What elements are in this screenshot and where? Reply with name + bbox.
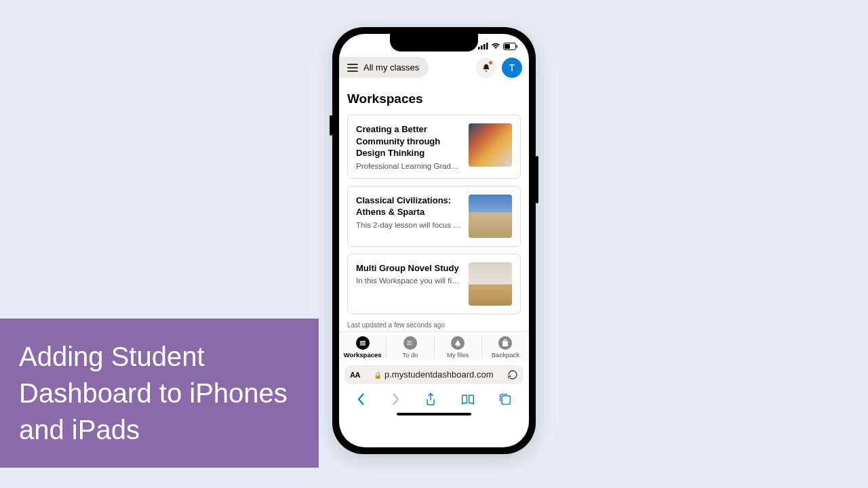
class-selector[interactable]: All my classes (339, 57, 429, 78)
workspace-card[interactable]: Creating a Better Community through Desi… (347, 115, 521, 179)
card-title: Multi Group Novel Study (356, 262, 462, 274)
bookmarks-button[interactable] (461, 393, 475, 408)
class-selector-label: All my classes (363, 62, 419, 73)
tab-backpack[interactable]: Backpack (482, 336, 529, 359)
phone-notch (390, 34, 478, 52)
lock-icon: 🔒 (374, 371, 382, 379)
card-thumbnail (469, 123, 512, 167)
tabs-button[interactable] (499, 393, 511, 408)
app-header: All my classes T (339, 54, 529, 82)
signal-icon (478, 43, 488, 49)
drive-icon (451, 336, 465, 350)
card-subtitle: In this Workspace you will find … (356, 277, 462, 285)
book-icon (461, 393, 475, 405)
svg-rect-6 (517, 45, 518, 47)
bell-icon (481, 63, 491, 73)
page-title: Workspaces (347, 92, 521, 106)
notification-dot (489, 61, 492, 64)
home-indicator[interactable] (397, 413, 471, 415)
workspace-card[interactable]: Multi Group Novel Study In this Workspac… (347, 253, 521, 314)
workspaces-icon (356, 336, 370, 350)
share-icon (425, 392, 437, 406)
svg-rect-2 (484, 44, 486, 49)
card-thumbnail (469, 195, 512, 238)
tab-label: Backpack (492, 351, 519, 359)
card-thumbnail (469, 262, 512, 306)
main-content: Workspaces Creating a Better Community t… (339, 82, 529, 329)
tab-workspaces[interactable]: Workspaces (339, 336, 387, 359)
phone-screen: All my classes T Workspaces Creating a B… (339, 34, 529, 447)
tab-label: Workspaces (344, 351, 382, 359)
phone-frame: All my classes T Workspaces Creating a B… (332, 27, 536, 454)
battery-icon (503, 43, 518, 50)
workspace-card[interactable]: Classical Civilizations: Athens & Sparta… (347, 186, 521, 247)
url-text: 🔒 p.mystudentdashboard.com (364, 369, 503, 380)
forward-button[interactable] (391, 392, 400, 409)
svg-rect-3 (486, 43, 488, 49)
tab-label: My files (447, 351, 469, 359)
safari-toolbar (339, 388, 529, 410)
chevron-left-icon (357, 392, 366, 406)
card-subtitle: Professional Learning Grades/… (356, 162, 462, 170)
wifi-icon (491, 43, 500, 49)
avatar[interactable]: T (502, 58, 522, 78)
caption-text: Adding Student Dashboard to iPhones and … (19, 338, 300, 448)
bottom-tabs: Workspaces To do My files Backpack (339, 331, 529, 361)
back-button[interactable] (357, 392, 366, 409)
notifications-button[interactable] (476, 58, 496, 78)
backpack-icon (498, 336, 512, 350)
svg-rect-0 (478, 47, 480, 49)
svg-rect-5 (505, 44, 510, 49)
tabs-icon (499, 393, 511, 405)
safari-address-bar[interactable]: AA 🔒 p.mystudentdashboard.com (344, 365, 524, 384)
chevron-right-icon (391, 392, 400, 406)
last-updated: Last updated a few seconds ago (347, 321, 521, 329)
hamburger-icon (347, 64, 358, 72)
card-title: Classical Civilizations: Athens & Sparta (356, 195, 462, 218)
tab-myfiles[interactable]: My files (435, 336, 482, 359)
card-subtitle: This 2-day lesson will focus on… (356, 221, 462, 229)
svg-rect-1 (481, 45, 483, 49)
tutorial-caption: Adding Student Dashboard to iPhones and … (0, 319, 319, 468)
tab-todo[interactable]: To do (387, 336, 434, 359)
svg-rect-7 (502, 396, 510, 404)
card-title: Creating a Better Community through Desi… (356, 123, 462, 159)
share-button[interactable] (425, 392, 437, 409)
tab-label: To do (402, 351, 418, 359)
reload-icon[interactable] (507, 369, 518, 380)
text-size-button[interactable]: AA (350, 371, 360, 379)
todo-icon (403, 336, 417, 350)
avatar-initial: T (509, 62, 515, 73)
